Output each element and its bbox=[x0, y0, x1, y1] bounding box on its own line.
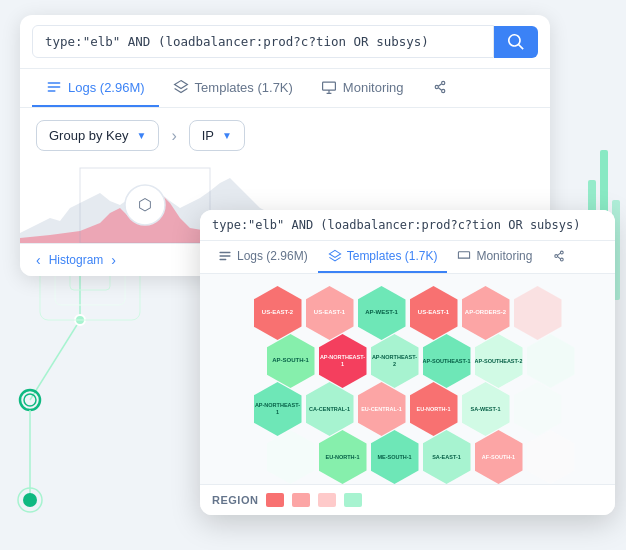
hex-eu-north-1b[interactable]: EU-NORTH-1 bbox=[319, 430, 367, 484]
search-input-display[interactable]: type:"elb" AND (loadbalancer:prod?c?tion… bbox=[32, 25, 494, 58]
hex-us-east-2[interactable]: US-EAST-2 bbox=[254, 286, 302, 340]
hex-ap-south-1[interactable]: AP-SOUTH-1 bbox=[267, 334, 315, 388]
hex-empty-3 bbox=[514, 382, 562, 436]
tab-templates-label: Templates (1.7K) bbox=[195, 80, 293, 95]
svg-point-18 bbox=[435, 85, 438, 88]
tab-templates[interactable]: Templates (1.7K) bbox=[159, 69, 307, 107]
overlay-search-bar: type:"elb" AND (loadbalancer:prod?c?tion… bbox=[200, 210, 615, 241]
search-query-text: type:"elb" AND (loadbalancer:prod?c?tion… bbox=[45, 34, 429, 49]
svg-marker-17 bbox=[174, 81, 187, 89]
overlay-card: type:"elb" AND (loadbalancer:prod?c?tion… bbox=[200, 210, 615, 515]
svg-point-20 bbox=[441, 89, 444, 92]
overlay-tab-monitoring[interactable]: Monitoring bbox=[447, 241, 542, 273]
chevron-down-icon: ▼ bbox=[137, 130, 147, 141]
overlay-tab-logs-label: Logs (2.96M) bbox=[237, 249, 308, 263]
hex-empty-1 bbox=[514, 286, 562, 340]
overlay-search-text: type:"elb" AND (loadbalancer:prod?c?tion… bbox=[212, 218, 603, 232]
group-by-label: Group by Key bbox=[49, 128, 129, 143]
overlay-tab-templates[interactable]: Templates (1.7K) bbox=[318, 241, 448, 273]
svg-line-21 bbox=[438, 84, 441, 86]
svg-line-3 bbox=[30, 320, 80, 400]
ip-dropdown[interactable]: IP ▼ bbox=[189, 120, 245, 151]
hex-ap-northeast-1b[interactable]: AP-NORTHEAST-1 bbox=[254, 382, 302, 436]
overlay-list-icon bbox=[218, 249, 232, 263]
legend-swatch-4 bbox=[344, 493, 362, 507]
overlay-tab-templates-label: Templates (1.7K) bbox=[347, 249, 438, 263]
histogram-nav: ‹ Histogram › bbox=[36, 252, 116, 268]
hex-eu-north-1a[interactable]: EU-NORTH-1 bbox=[410, 382, 458, 436]
svg-line-22 bbox=[438, 88, 441, 90]
legend-swatch-3 bbox=[318, 493, 336, 507]
svg-point-28 bbox=[561, 251, 564, 254]
svg-point-27 bbox=[555, 255, 558, 258]
hex-ap-northeast-2[interactable]: AP-NORTHEAST-2 bbox=[371, 334, 419, 388]
hex-row-4: EU-NORTH-1 ME-SOUTH-1 SA-EAST-1 AF-SOUTH… bbox=[236, 430, 605, 484]
layers-icon bbox=[173, 79, 189, 95]
tabs-bar: Logs (2.96M) Templates (1.7K) Monitoring bbox=[20, 69, 550, 108]
hex-sa-west-1[interactable]: SA-WEST-1 bbox=[462, 382, 510, 436]
tab-monitoring[interactable]: Monitoring bbox=[307, 69, 418, 107]
hex-eu-central-1[interactable]: EU-CENTRAL-1 bbox=[358, 382, 406, 436]
tab-extra[interactable] bbox=[418, 69, 462, 107]
chevron-down-icon-2: ▼ bbox=[222, 130, 232, 141]
svg-line-31 bbox=[558, 257, 561, 259]
search-icon bbox=[508, 34, 524, 50]
group-by-dropdown[interactable]: Group by Key ▼ bbox=[36, 120, 159, 151]
hex-me-south-1[interactable]: ME-SOUTH-1 bbox=[371, 430, 419, 484]
overlay-tab-logs[interactable]: Logs (2.96M) bbox=[208, 241, 318, 273]
tab-logs[interactable]: Logs (2.96M) bbox=[32, 69, 159, 107]
hex-ca-central-1[interactable]: CA-CENTRAL-1 bbox=[306, 382, 354, 436]
search-button[interactable] bbox=[494, 26, 538, 58]
hex-us-east-1b[interactable]: US-EAST-1 bbox=[410, 286, 458, 340]
hex-empty-4 bbox=[267, 430, 315, 484]
svg-marker-26 bbox=[329, 250, 340, 257]
overlay-tabs-bar: Logs (2.96M) Templates (1.7K) Monitoring bbox=[200, 241, 615, 274]
overlay-layers-icon bbox=[328, 249, 342, 263]
hex-ap-southeast-2[interactable]: AP-SOUTHEAST-2 bbox=[475, 334, 523, 388]
svg-point-8 bbox=[23, 493, 37, 507]
overlay-share-icon bbox=[552, 249, 566, 263]
arrow-right-icon: › bbox=[171, 127, 176, 145]
svg-text:⬡: ⬡ bbox=[138, 196, 152, 213]
hex-ap-orders[interactable]: AP-ORDERS-2 bbox=[462, 286, 510, 340]
overlay-monitor-icon bbox=[457, 249, 471, 263]
legend-swatch-2 bbox=[292, 493, 310, 507]
next-arrow[interactable]: › bbox=[111, 252, 116, 268]
svg-line-30 bbox=[558, 253, 561, 255]
hex-ap-southeast-1[interactable]: AP-SOUTHEAST-1 bbox=[423, 334, 471, 388]
hex-us-east-1a[interactable]: US-EAST-1 bbox=[306, 286, 354, 340]
monitor-icon bbox=[321, 79, 337, 95]
tab-monitoring-label: Monitoring bbox=[343, 80, 404, 95]
hex-empty-5 bbox=[527, 430, 575, 484]
hex-sa-east-1[interactable]: SA-EAST-1 bbox=[423, 430, 471, 484]
hex-legend: REGION bbox=[200, 484, 615, 515]
overlay-tab-extra[interactable] bbox=[542, 241, 576, 273]
legend-label: REGION bbox=[212, 494, 258, 506]
hex-row-2: AP-SOUTH-1 AP-NORTHEAST-1 AP-NORTHEAST-2… bbox=[236, 334, 605, 388]
hex-ap-west-1[interactable]: AP-WEST-1 bbox=[358, 286, 406, 340]
hex-empty-2 bbox=[527, 334, 575, 388]
svg-point-19 bbox=[441, 81, 444, 84]
hex-row-1: US-EAST-2 US-EAST-1 AP-WEST-1 US-EAST-1 … bbox=[210, 286, 605, 340]
search-bar: type:"elb" AND (loadbalancer:prod?c?tion… bbox=[20, 15, 550, 69]
tab-logs-label: Logs (2.96M) bbox=[68, 80, 145, 95]
hexagon-grid: US-EAST-2 US-EAST-1 AP-WEST-1 US-EAST-1 … bbox=[200, 274, 615, 484]
list-icon bbox=[46, 79, 62, 95]
toolbar: Group by Key ▼ › IP ▼ bbox=[20, 108, 550, 163]
hex-row-3: AP-NORTHEAST-1 CA-CENTRAL-1 EU-CENTRAL-1… bbox=[210, 382, 605, 436]
share-icon bbox=[432, 79, 448, 95]
hex-ap-northeast-1a[interactable]: AP-NORTHEAST-1 bbox=[319, 334, 367, 388]
ip-label: IP bbox=[202, 128, 214, 143]
histogram-label: Histogram bbox=[49, 253, 104, 267]
overlay-tab-monitoring-label: Monitoring bbox=[476, 249, 532, 263]
svg-point-29 bbox=[561, 258, 564, 261]
legend-swatch-1 bbox=[266, 493, 284, 507]
prev-arrow[interactable]: ‹ bbox=[36, 252, 41, 268]
hex-af-south-1[interactable]: AF-SOUTH-1 bbox=[475, 430, 523, 484]
